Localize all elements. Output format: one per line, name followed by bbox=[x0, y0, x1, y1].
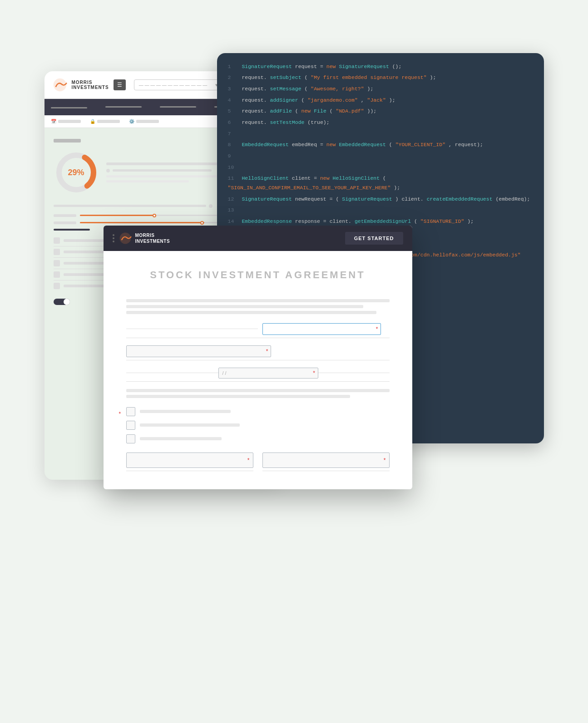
company-field-row: * bbox=[126, 345, 390, 360]
form-card: MORRIS INVESTMENTS GET STARTED STOCK INV… bbox=[104, 226, 412, 489]
checkbox-row-1 bbox=[126, 407, 390, 416]
form-body: STOCK INVESTMENT AGREEMENT * bbox=[104, 251, 412, 489]
code-line-2: 2 request. setSubject ( "My first embedd… bbox=[228, 73, 533, 83]
name-required-star: * bbox=[376, 326, 378, 332]
dash-logo-icon bbox=[53, 78, 67, 92]
company-input[interactable] bbox=[126, 345, 271, 357]
sub-nav-2[interactable]: 🔒 bbox=[90, 119, 120, 124]
code-line-3: 3 request. setMessage ( "Awesome, right?… bbox=[228, 84, 533, 94]
code-line-10: 10 bbox=[228, 163, 533, 172]
bottom-left-underline bbox=[126, 471, 253, 471]
dash-dropdown[interactable]: — — — — — — — — — — — — ▾ bbox=[134, 79, 222, 90]
bottom-right-required-star: * bbox=[384, 457, 386, 463]
checkbox-2[interactable] bbox=[126, 421, 135, 430]
progress-toggle[interactable] bbox=[54, 299, 70, 305]
bottom-right-underline bbox=[262, 471, 390, 471]
dash-menu-button[interactable]: ☰ bbox=[114, 79, 126, 90]
bottom-right-field: * bbox=[262, 452, 390, 471]
code-line-14: 14 EmbeddedResponse response = client. g… bbox=[228, 217, 533, 226]
form-logo-area: MORRIS INVESTMENTS bbox=[119, 232, 170, 245]
get-started-button[interactable]: GET STARTED bbox=[345, 232, 403, 245]
form-header-left: MORRIS INVESTMENTS bbox=[113, 232, 170, 245]
form-brand: MORRIS INVESTMENTS bbox=[135, 232, 170, 244]
checkbox-row-2 bbox=[126, 421, 390, 430]
form-bottom-row: * * bbox=[126, 452, 390, 471]
date-input[interactable]: / / * bbox=[218, 368, 318, 379]
company-required-star: * bbox=[266, 348, 268, 354]
date-required-star: * bbox=[313, 370, 315, 376]
dash-nav-item-1[interactable] bbox=[51, 107, 87, 108]
checkbox-1[interactable] bbox=[126, 407, 135, 416]
bottom-left-required-star: * bbox=[247, 457, 250, 463]
bottom-right-input[interactable] bbox=[262, 452, 390, 468]
form-dot-3 bbox=[113, 241, 114, 242]
bottom-left-input[interactable] bbox=[126, 452, 253, 468]
name-input[interactable] bbox=[262, 323, 381, 335]
form-header: MORRIS INVESTMENTS GET STARTED bbox=[104, 226, 412, 251]
bottom-left-field: * bbox=[126, 452, 253, 471]
date-field-row: / / * bbox=[126, 368, 390, 382]
donut-chart: 29% bbox=[54, 150, 99, 195]
checkbox-group bbox=[126, 407, 390, 443]
checkbox-required-star: * bbox=[119, 411, 121, 417]
sub-nav-1[interactable]: 📅 bbox=[51, 119, 81, 124]
code-line-7: 7 bbox=[228, 129, 533, 139]
code-line-12: 12 SignatureRequest newRequest = ( Signa… bbox=[228, 195, 533, 204]
dash-brand: MORRIS INVESTMENTS bbox=[72, 80, 109, 90]
code-line-1: 1 SignatureRequest request = new Signatu… bbox=[228, 62, 533, 72]
code-line-9: 9 bbox=[228, 152, 533, 161]
checkbox-3[interactable] bbox=[126, 434, 135, 443]
form-dot-2 bbox=[113, 237, 114, 239]
code-line-8: 8 EmbeddedRequest embedReq = new Embedde… bbox=[228, 140, 533, 150]
dash-nav-item-3[interactable] bbox=[160, 106, 196, 108]
form-logo-icon bbox=[119, 232, 132, 245]
name-field-row: * bbox=[126, 323, 390, 338]
code-line-4: 4 request. addSigner ( "jargandemo.com" … bbox=[228, 96, 533, 105]
dash-nav-item-2[interactable] bbox=[105, 106, 142, 108]
form-dots bbox=[113, 234, 114, 242]
code-line-5: 5 request. addFile ( new File ( "NDA.pdf… bbox=[228, 107, 533, 116]
form-dot-1 bbox=[113, 234, 114, 236]
checkbox-section: * bbox=[126, 407, 390, 443]
checkbox-row-3 bbox=[126, 434, 390, 443]
form-title: STOCK INVESTMENT AGREEMENT bbox=[126, 269, 390, 281]
code-line-11: 11 HelloSignClient client = new HelloSig… bbox=[228, 174, 533, 192]
sub-nav-3[interactable]: ⚙️ bbox=[129, 119, 159, 124]
code-line-13: 13 bbox=[228, 206, 533, 215]
chart-percent-label: 29% bbox=[68, 167, 84, 177]
code-line-6: 6 request. setTestMode (true); bbox=[228, 118, 533, 128]
